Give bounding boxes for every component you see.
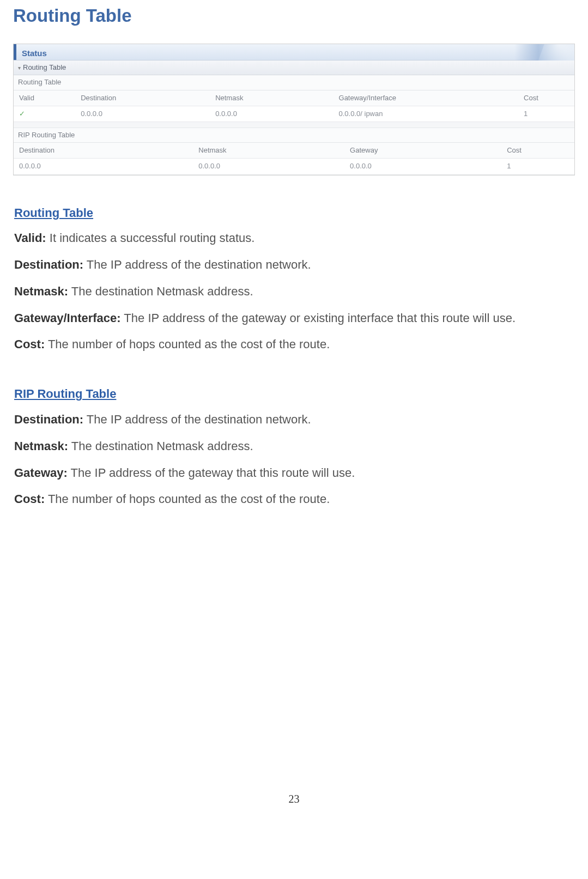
rip-col-destination: Destination bbox=[14, 143, 193, 159]
term: Netmask: bbox=[14, 439, 68, 453]
status-label: Status bbox=[16, 44, 52, 60]
desc: The number of hops counted as the cost o… bbox=[45, 492, 330, 506]
def-netmask: Netmask: The destination Netmask address… bbox=[14, 283, 574, 300]
routing-table-section-header[interactable]: Routing Table bbox=[14, 60, 574, 75]
col-gateway-interface: Gateway/Interface bbox=[334, 90, 519, 106]
term: Gateway/Interface: bbox=[14, 311, 121, 325]
rip-col-netmask: Netmask bbox=[193, 143, 344, 159]
rip-def-cost: Cost: The number of hops counted as the … bbox=[14, 491, 574, 508]
table-row: ✓ 0.0.0.0 0.0.0.0 0.0.0.0/ ipwan 1 bbox=[14, 106, 574, 122]
desc: The number of hops counted as the cost o… bbox=[45, 337, 330, 351]
rip-col-gateway: Gateway bbox=[344, 143, 501, 159]
desc: The IP address of the destination networ… bbox=[83, 413, 311, 426]
rip-routing-table: Destination Netmask Gateway Cost 0.0.0.0… bbox=[14, 143, 574, 174]
rip-cell-destination: 0.0.0.0 bbox=[14, 159, 193, 174]
page-title: Routing Table bbox=[13, 3, 575, 28]
desc: The destination Netmask address. bbox=[68, 284, 253, 298]
term: Destination: bbox=[14, 413, 83, 426]
routing-table-link[interactable]: Routing Table bbox=[14, 205, 93, 222]
cell-cost: 1 bbox=[518, 106, 574, 122]
routing-table: Valid Destination Netmask Gateway/Interf… bbox=[14, 90, 574, 128]
col-cost: Cost bbox=[518, 90, 574, 106]
rip-def-destination: Destination: The IP address of the desti… bbox=[14, 411, 574, 428]
doc-text: Routing Table Valid: It indicates a succ… bbox=[13, 197, 575, 508]
rip-routing-table-subtitle: RIP Routing Table bbox=[14, 128, 574, 143]
desc: The IP address of the destination networ… bbox=[83, 258, 311, 271]
col-valid: Valid bbox=[14, 90, 75, 106]
term: Destination: bbox=[14, 258, 83, 271]
term: Cost: bbox=[14, 492, 45, 506]
cell-netmask: 0.0.0.0 bbox=[210, 106, 333, 122]
desc: The IP address of the gateway that this … bbox=[68, 466, 355, 480]
status-panel: Status Routing Table Routing Table Valid… bbox=[13, 44, 575, 175]
desc: The IP address of the gateway or existin… bbox=[121, 311, 516, 325]
term: Valid: bbox=[14, 231, 46, 245]
check-icon: ✓ bbox=[19, 110, 25, 118]
rip-cell-cost: 1 bbox=[501, 159, 574, 174]
col-destination: Destination bbox=[75, 90, 210, 106]
panel-header: Status bbox=[14, 44, 574, 60]
def-cost: Cost: The number of hops counted as the … bbox=[14, 336, 574, 353]
rip-cell-netmask: 0.0.0.0 bbox=[193, 159, 344, 174]
desc: The destination Netmask address. bbox=[68, 439, 253, 453]
cell-gateway: 0.0.0.0/ ipwan bbox=[334, 106, 519, 122]
rip-def-gateway: Gateway: The IP address of the gateway t… bbox=[14, 465, 574, 482]
page-number: 23 bbox=[13, 791, 575, 807]
def-valid: Valid: It indicates a successful routing… bbox=[14, 230, 574, 247]
rip-routing-table-link[interactable]: RIP Routing Table bbox=[14, 386, 116, 403]
def-gateway-interface: Gateway/Interface: The IP address of the… bbox=[14, 310, 574, 327]
rip-col-cost: Cost bbox=[501, 143, 574, 159]
cell-destination: 0.0.0.0 bbox=[75, 106, 210, 122]
desc: It indicates a successful routing status… bbox=[46, 231, 255, 245]
table-row: 0.0.0.0 0.0.0.0 0.0.0.0 1 bbox=[14, 159, 574, 174]
rip-def-netmask: Netmask: The destination Netmask address… bbox=[14, 438, 574, 455]
header-decor bbox=[514, 44, 574, 60]
def-destination: Destination: The IP address of the desti… bbox=[14, 257, 574, 274]
term: Netmask: bbox=[14, 284, 68, 298]
col-netmask: Netmask bbox=[210, 90, 333, 106]
term: Cost: bbox=[14, 337, 45, 351]
term: Gateway: bbox=[14, 466, 68, 480]
rip-cell-gateway: 0.0.0.0 bbox=[344, 159, 501, 174]
routing-table-subtitle: Routing Table bbox=[14, 75, 574, 90]
